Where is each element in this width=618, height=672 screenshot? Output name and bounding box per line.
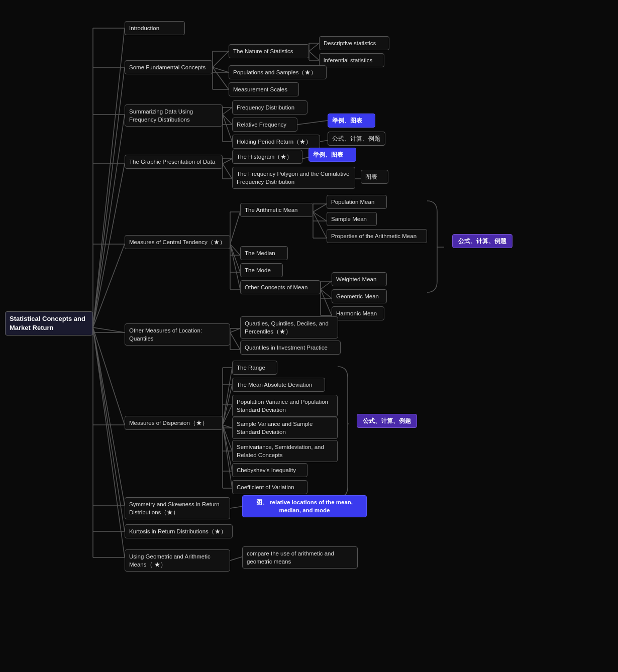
svg-line-29 [309,51,319,60]
the-range-label: The Range [237,365,265,371]
sample-variance-node: Sample Variance and Sample Standard Devi… [232,417,338,439]
holding-period-node: Holding Period Return（★） [232,135,320,149]
svg-line-22 [213,67,229,72]
svg-line-52 [230,244,240,289]
svg-line-21 [213,51,229,67]
svg-line-83 [223,425,232,471]
inferential-node: inferential statistics [319,53,384,67]
summarizing-node: Summarizing Data Using Frequency Distrib… [125,104,223,127]
sample-mean-label: Sample Mean [331,216,367,222]
svg-line-3 [93,164,125,327]
svg-line-33 [223,107,232,115]
svg-line-94 [230,506,243,508]
summarizing-label: Summarizing Data Using Frequency Distrib… [129,108,193,123]
introduction-node: Introduction [125,21,185,35]
geometric-mean-label: Geometric Mean [336,293,379,299]
gongshi-central-node: 公式、计算、例题 [452,234,512,248]
nature-of-stats-node: The Nature of Statistics [229,44,309,58]
rel-freq-label: Relative Frequency [237,122,286,128]
svg-line-8 [93,327,125,531]
tu-relative-label: 图、 relative locations of the mean, media… [256,499,353,513]
svg-line-5 [93,327,125,332]
svg-line-42 [223,159,232,164]
population-mean-node: Population Mean [327,195,387,209]
svg-line-59 [313,212,327,221]
harmonic-mean-label: Harmonic Mean [336,310,377,316]
svg-line-82 [223,425,232,451]
mean-abs-dev-label: The Mean Absolute Deviation [237,382,312,388]
svg-line-43 [223,164,232,179]
measurement-node: Measurement Scales [229,82,299,96]
svg-line-81 [223,425,232,428]
kurtosis-label: Kurtosis in Return Distributions（★） [129,528,227,534]
weighted-mean-node: Weighted Mean [332,272,387,286]
weighted-mean-label: Weighted Mean [336,276,376,282]
juli-tuobiao2-label: 举例、图表 [313,152,343,158]
chebyshev-node: Chebyshev's Inequality [232,463,307,477]
properties-arith-node: Properties of the Arithmetic Mean [327,229,427,243]
svg-line-51 [230,244,240,272]
harmonic-mean-node: Harmonic Mean [332,306,384,320]
svg-line-6 [93,327,125,425]
population-mean-label: Population Mean [331,199,374,205]
semivariance-label: Semivariance, Semideviation, and Related… [237,444,324,458]
svg-line-2 [93,115,125,327]
rel-freq-node: Relative Frequency [232,118,297,132]
some-fundamental-label: Some Fundamental Concepts [129,64,205,70]
other-concepts-label: Other Concepts of Mean [245,284,307,290]
svg-line-80 [223,405,232,425]
gongshi-disp-label: 公式、计算、例题 [363,418,411,424]
other-concepts-node: Other Concepts of Mean [240,280,321,294]
gongshi-central-label: 公式、计算、例题 [458,238,506,244]
svg-line-79 [223,385,232,425]
mind-map: Statistical Concepts and Market Return I… [0,0,618,672]
svg-line-7 [93,327,125,505]
pop-variance-node: Population Variance and Population Stand… [232,395,338,417]
the-median-node: The Median [240,246,288,260]
coeff-variation-node: Coefficient of Variation [232,480,307,494]
nature-of-stats-label: The Nature of Statistics [233,48,293,54]
the-median-label: The Median [245,250,275,256]
symmetry-skewness-node: Symmetry and Skewness in Return Distribu… [125,497,230,519]
svg-line-66 [321,289,332,298]
svg-line-67 [321,289,332,315]
properties-arith-label: Properties of the Arithmetic Mean [331,233,417,239]
svg-line-58 [313,204,327,212]
svg-line-28 [309,43,319,51]
svg-line-23 [213,67,229,89]
quartiles-label: Quartiles, Quintiles, Deciles, and Perce… [245,320,329,334]
gongshi-holding-label: 公式、计算、例题 [332,136,380,142]
svg-line-0 [93,28,125,327]
pop-variance-label: Population Variance and Population Stand… [237,399,328,413]
graphic-presentation-node: The Graphic Presentation of Data [125,155,223,169]
gongshi-holding-node: 公式、计算、例题 [328,132,385,146]
root-node: Statistical Concepts and Market Return [5,311,93,335]
svg-line-65 [321,281,332,289]
svg-line-78 [223,368,232,425]
juli-tuobiao-label: 举例、图表 [332,118,362,124]
the-mode-node: The Mode [240,263,283,277]
freq-dist-node: Frequency Distribution [232,100,307,115]
using-geometric-node: Using Geometric and Arithmetic Means（ ★） [125,549,230,572]
svg-line-9 [93,327,125,557]
holding-period-label: Holding Period Return（★） [237,139,312,145]
sample-mean-node: Sample Mean [327,212,377,226]
arithmetic-mean-node: The Arithmetic Mean [240,203,313,217]
quantiles-invest-label: Quantiles in Investment Practice [245,345,328,351]
svg-line-34 [223,115,232,125]
juli-tuobiao2-node: 举例、图表 [308,148,356,162]
juli-tuobiao-node: 举例、图表 [328,114,375,128]
measures-central-label: Measures of Central Tendency（★） [129,239,226,245]
other-measures-location-node: Other Measures of Location: Quantiles [125,323,230,346]
descriptive-label: Descriptive statistics [324,40,376,46]
graphic-presentation-label: The Graphic Presentation of Data [129,159,215,165]
quantiles-invest-node: Quantiles in Investment Practice [240,341,341,355]
compare-means-label: compare the use of arithmetic and geomet… [247,550,334,565]
svg-line-73 [230,328,240,332]
freq-polygon-node: The Frequency Polygon and the Cumulative… [232,167,355,189]
inferential-label: inferential statistics [324,57,372,63]
svg-line-35 [223,115,232,142]
arithmetic-mean-label: The Arithmetic Mean [245,207,297,213]
semivariance-node: Semivariance, Semideviation, and Related… [232,440,338,462]
gongshi-disp-node: 公式、计算、例题 [357,414,417,428]
